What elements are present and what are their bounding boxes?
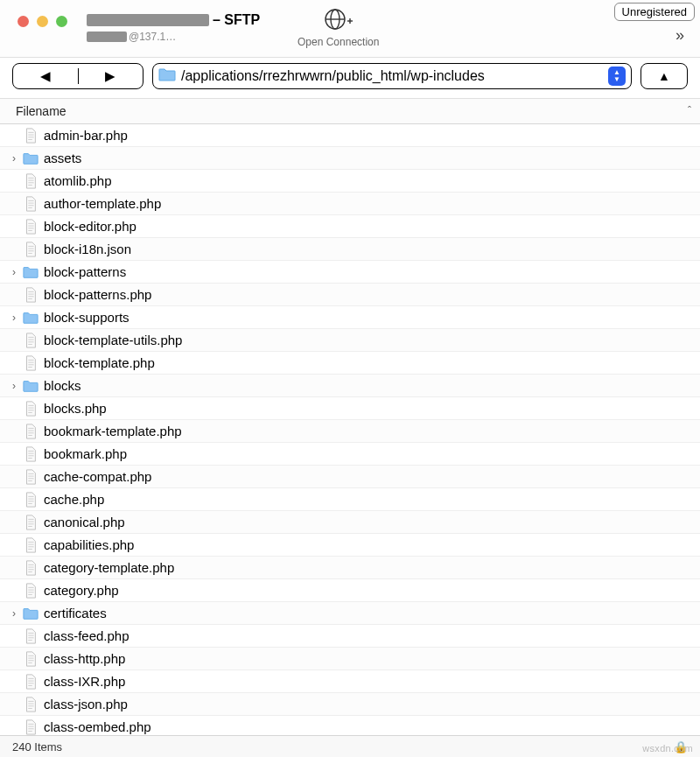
file-icon [21,583,40,599]
file-name: class-feed.php [44,628,130,643]
file-name: block-patterns.php [44,287,151,302]
folder-icon [158,67,176,85]
zoom-window-button[interactable] [56,16,67,27]
file-row[interactable]: class-http.php [0,648,700,670]
file-icon [21,128,40,144]
file-name: capabilities.php [44,537,134,552]
file-row[interactable]: category.php [0,579,700,602]
file-icon [21,719,40,735]
file-icon [21,560,40,576]
toolbar-overflow-button[interactable]: » [676,26,684,45]
unregistered-badge[interactable]: Unregistered [614,3,695,21]
file-row[interactable]: class-oembed.php [0,716,700,736]
sort-indicator-icon[interactable]: ˆ [688,105,691,117]
back-button[interactable]: ◀ [13,68,78,84]
file-row[interactable]: author-template.php [0,193,700,215]
file-name: atomlib.php [44,173,112,188]
file-name: certificates [44,606,107,620]
file-icon [21,697,40,712]
file-name: category-template.php [44,560,174,575]
folder-row[interactable]: ›certificates [0,602,700,625]
forward-button[interactable]: ▶ [79,68,144,84]
file-row[interactable]: block-template-utils.php [0,329,700,352]
nav-toolbar: ◀ ▶ /applications/rrezhrwwrn/public_html… [0,58,700,99]
file-name: block-template.php [44,355,155,370]
file-row[interactable]: atomlib.php [0,170,700,193]
history-nav: ◀ ▶ [12,63,144,89]
globe-plus-icon [323,7,354,34]
file-icon [21,628,40,644]
file-icon [21,196,40,212]
file-row[interactable]: class-IXR.php [0,670,700,693]
column-header-row[interactable]: Filename ˆ [0,99,700,124]
file-name: bookmark-template.php [44,424,182,438]
folder-icon [21,378,40,394]
file-icon [21,674,40,690]
folder-icon [21,264,40,280]
folder-row[interactable]: ›assets [0,147,700,170]
folder-row[interactable]: ›block-supports [0,306,700,329]
file-name: canonical.php [44,515,125,529]
username-redacted [87,32,127,42]
item-count: 240 Items [12,740,62,753]
file-row[interactable]: block-patterns.php [0,284,700,306]
file-name: block-template-utils.php [44,333,182,347]
file-row[interactable]: class-feed.php [0,625,700,648]
go-up-button[interactable]: ▲ [640,63,688,89]
file-icon [21,355,40,371]
open-connection-label: Open Connection [298,36,379,48]
file-icon [21,515,40,530]
file-list[interactable]: admin-bar.php›assetsatomlib.phpauthor-te… [0,124,700,736]
file-row[interactable]: cache.php [0,488,700,511]
filename-column-header[interactable]: Filename [16,104,688,118]
disclosure-triangle[interactable]: › [7,152,21,165]
file-icon [21,469,40,485]
open-connection-button[interactable]: Open Connection [298,7,379,48]
folder-row[interactable]: ›blocks [0,375,700,397]
folder-row[interactable]: ›block-patterns [0,261,700,284]
file-row[interactable]: capabilities.php [0,534,700,557]
file-name: category.php [44,583,119,598]
server-title: – SFTP @137.1… [87,12,260,43]
file-icon [21,401,40,417]
file-name: cache.php [44,492,104,507]
file-row[interactable]: cache-compat.php [0,466,700,488]
disclosure-triangle[interactable]: › [7,380,21,392]
disclosure-triangle[interactable]: › [7,266,21,278]
path-text: /applications/rrezhrwwrn/public_html/wp-… [181,68,603,84]
file-row[interactable]: bookmark.php [0,443,700,466]
file-icon [21,242,40,257]
file-name: block-supports [44,310,130,325]
disclosure-triangle[interactable]: › [7,312,21,324]
file-name: block-i18n.json [44,242,131,256]
file-name: block-patterns [44,264,126,279]
disclosure-triangle[interactable]: › [7,607,21,620]
file-icon [21,492,40,508]
file-row[interactable]: block-i18n.json [0,238,700,261]
folder-icon [21,310,40,326]
chevron-down-icon: ▼ [613,76,620,83]
file-icon [21,173,40,189]
folder-icon [21,606,40,621]
file-row[interactable]: canonical.php [0,511,700,534]
file-row[interactable]: class-json.php [0,693,700,716]
file-icon [21,651,40,667]
path-bar[interactable]: /applications/rrezhrwwrn/public_html/wp-… [152,63,632,89]
minimize-window-button[interactable] [37,16,48,27]
path-history-stepper[interactable]: ▲ ▼ [608,67,626,86]
file-name: class-http.php [44,651,125,666]
protocol-label: – SFTP [213,12,260,28]
close-window-button[interactable] [18,16,29,27]
file-name: class-oembed.php [44,719,151,734]
file-row[interactable]: block-template.php [0,352,700,375]
file-row[interactable]: category-template.php [0,557,700,579]
server-address-fragment: @137.1… [129,31,176,43]
file-row[interactable]: admin-bar.php [0,124,700,147]
hostname-redacted [87,14,209,26]
file-name: class-IXR.php [44,674,125,689]
file-name: author-template.php [44,196,161,211]
file-row[interactable]: blocks.php [0,397,700,420]
file-row[interactable]: bookmark-template.php [0,420,700,443]
file-icon [21,219,40,235]
file-row[interactable]: block-editor.php [0,215,700,238]
